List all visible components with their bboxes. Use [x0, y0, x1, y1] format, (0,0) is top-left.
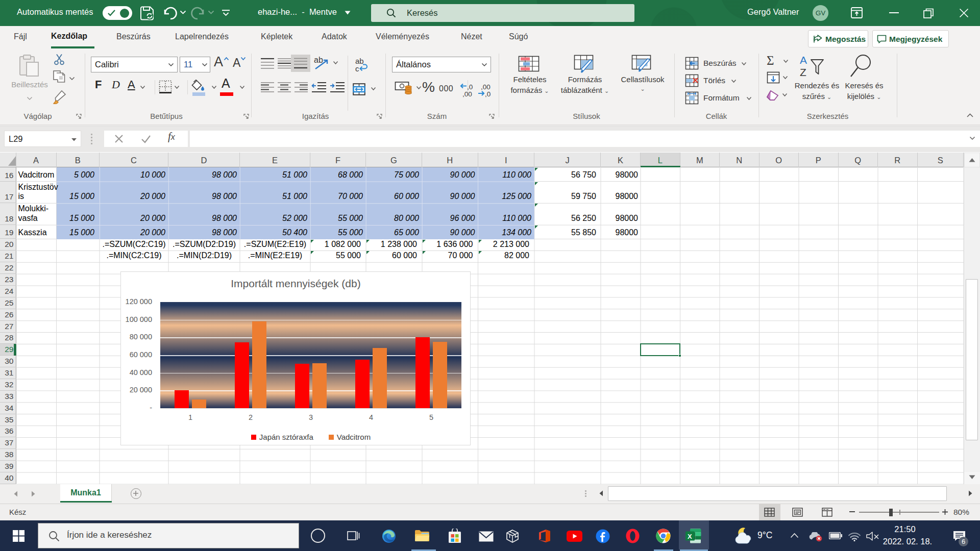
svg-text:,00: ,00 — [462, 90, 472, 97]
svg-text:X: X — [688, 533, 692, 540]
svg-text:ab: ab — [314, 56, 323, 64]
svg-text:c: c — [355, 64, 359, 73]
svg-text:,00: ,00 — [481, 83, 491, 91]
svg-text:,0: ,0 — [467, 83, 473, 91]
svg-text:,0: ,0 — [485, 90, 491, 97]
svg-text:A: A — [800, 54, 807, 66]
svg-text:Z: Z — [800, 66, 806, 78]
